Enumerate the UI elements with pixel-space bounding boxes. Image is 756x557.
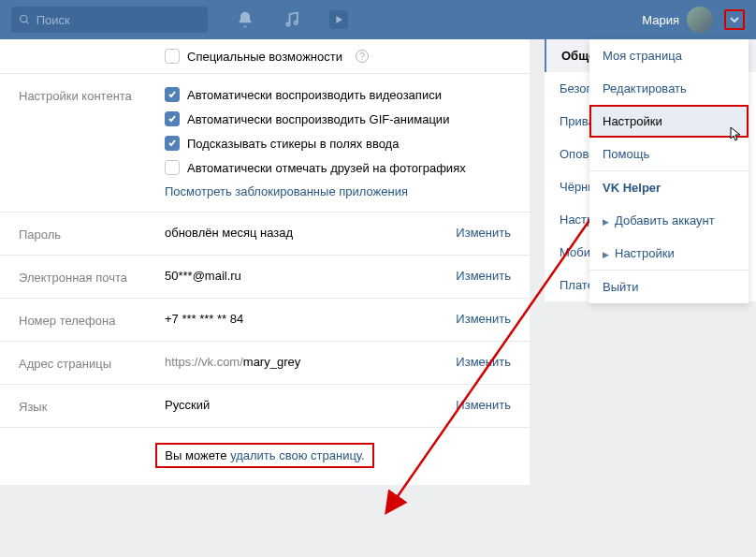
password-value: обновлён месяц назад bbox=[165, 226, 293, 240]
user-name: Мария bbox=[642, 13, 679, 27]
footer: Вы можете удалить свою страницу. bbox=[0, 427, 530, 485]
dd-helper-settings[interactable]: Настройки bbox=[589, 237, 749, 270]
page-addr-prefix: https://vk.com/ bbox=[165, 355, 243, 369]
checkbox-special[interactable] bbox=[165, 49, 180, 64]
settings-main: Специальные возможности ? Настройки конт… bbox=[0, 39, 530, 485]
user-dropdown: Моя страница Редактировать Настройки Пом… bbox=[589, 39, 749, 303]
checkbox-stickers[interactable] bbox=[165, 136, 180, 151]
dd-helper-head: VK Helper bbox=[589, 171, 749, 204]
label-empty bbox=[19, 49, 165, 51]
autoplay-video-label: Автоматически воспроизводить видеозаписи bbox=[187, 88, 442, 102]
lang-change[interactable]: Изменить bbox=[456, 398, 511, 412]
blocked-apps-link[interactable]: Посмотреть заблокированные приложения bbox=[165, 184, 511, 198]
auto-tag-label: Автоматически отмечать друзей на фотогра… bbox=[187, 161, 466, 175]
dd-logout[interactable]: Выйти bbox=[589, 271, 749, 303]
checkbox-autoplay-video[interactable] bbox=[165, 87, 180, 102]
user-menu-toggle[interactable] bbox=[724, 9, 745, 30]
row-lang: Язык Русский Изменить bbox=[0, 385, 530, 427]
checkbox-auto-tag[interactable] bbox=[165, 160, 180, 175]
autoplay-gif-label: Автоматически воспроизводить GIF-анимаци… bbox=[187, 112, 449, 126]
dd-help[interactable]: Помощь bbox=[589, 138, 749, 170]
avatar bbox=[687, 7, 713, 33]
delete-box: Вы можете удалить свою страницу. bbox=[155, 443, 373, 468]
row-phone: Номер телефона +7 *** *** ** 84 Изменить bbox=[0, 299, 530, 342]
dd-add-account[interactable]: Добавить аккаунт bbox=[589, 204, 749, 237]
phone-label: Номер телефона bbox=[19, 312, 165, 328]
delete-page-link[interactable]: удалить свою страницу. bbox=[230, 448, 365, 462]
checkbox-autoplay-gif[interactable] bbox=[165, 111, 180, 126]
svg-point-0 bbox=[21, 15, 27, 22]
stickers-label: Подсказывать стикеры в полях ввода bbox=[187, 137, 399, 151]
dd-my-page[interactable]: Моя страница bbox=[589, 39, 749, 72]
row-password: Пароль обновлён месяц назад Изменить bbox=[0, 213, 530, 256]
page-addr-slug: mary_grey bbox=[243, 355, 300, 369]
header-icons bbox=[236, 10, 348, 29]
email-change[interactable]: Изменить bbox=[456, 269, 511, 283]
lang-value: Русский bbox=[165, 398, 210, 412]
search-icon bbox=[19, 13, 31, 26]
row-page-address: Адрес страницы https://vk.com/mary_grey … bbox=[0, 342, 530, 385]
bell-icon[interactable] bbox=[236, 10, 254, 29]
phone-change[interactable]: Изменить bbox=[456, 312, 511, 326]
svg-line-1 bbox=[26, 22, 29, 24]
row-special: Специальные возможности ? bbox=[0, 39, 530, 74]
app-header: Мария bbox=[0, 0, 756, 39]
email-value: 50***@mail.ru bbox=[165, 269, 241, 283]
row-content-settings: Настройки контента Автоматически воспрои… bbox=[0, 74, 530, 213]
video-icon[interactable] bbox=[329, 10, 348, 29]
cursor-icon bbox=[730, 126, 743, 141]
music-icon[interactable] bbox=[283, 10, 301, 29]
footer-prefix: Вы можете bbox=[165, 448, 230, 462]
email-label: Электронная почта bbox=[19, 269, 165, 285]
chevron-down-icon bbox=[730, 16, 739, 23]
password-label: Пароль bbox=[19, 226, 165, 242]
svg-point-3 bbox=[295, 22, 298, 24]
phone-value: +7 *** *** ** 84 bbox=[165, 312, 243, 326]
search-input[interactable] bbox=[36, 13, 200, 27]
help-icon[interactable]: ? bbox=[356, 50, 369, 63]
lang-label: Язык bbox=[19, 398, 165, 414]
dd-edit[interactable]: Редактировать bbox=[589, 72, 749, 105]
search-box[interactable] bbox=[11, 7, 208, 33]
content-settings-label: Настройки контента bbox=[19, 87, 165, 103]
dd-settings-label: Настройки bbox=[603, 114, 662, 128]
page-addr-change[interactable]: Изменить bbox=[456, 355, 511, 369]
row-email: Электронная почта 50***@mail.ru Изменить bbox=[0, 256, 530, 299]
svg-point-2 bbox=[286, 22, 289, 25]
special-label: Специальные возможности bbox=[187, 50, 342, 64]
password-change[interactable]: Изменить bbox=[456, 226, 511, 240]
dd-settings[interactable]: Настройки bbox=[589, 105, 749, 138]
header-user[interactable]: Мария bbox=[642, 7, 745, 33]
page-addr-label: Адрес страницы bbox=[19, 355, 165, 371]
